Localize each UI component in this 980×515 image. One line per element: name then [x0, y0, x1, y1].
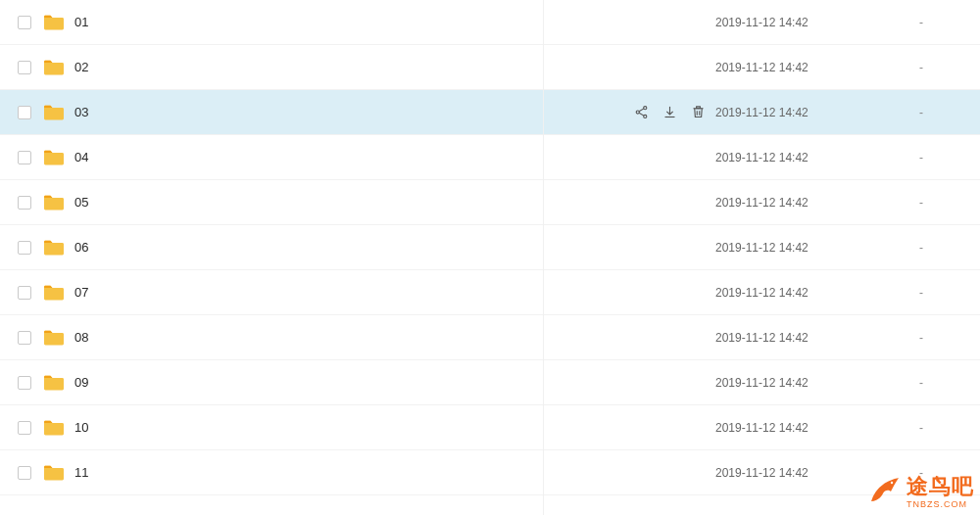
size-cell: -: [882, 331, 980, 345]
name-cell[interactable]: 10: [39, 419, 619, 437]
folder-icon: [43, 419, 65, 437]
row-checkbox[interactable]: [18, 241, 31, 255]
name-cell[interactable]: 08: [39, 329, 619, 347]
row-actions: [619, 105, 715, 119]
folder-icon: [43, 149, 65, 166]
file-name: 01: [74, 15, 88, 29]
file-name: 08: [74, 330, 88, 345]
size-cell: -: [882, 241, 980, 255]
checkbox-cell: [18, 286, 39, 300]
row-checkbox[interactable]: [18, 286, 31, 300]
date-cell: 2019-11-12 14:42: [715, 241, 882, 255]
date-cell: 2019-11-12 14:42: [715, 106, 882, 119]
folder-icon: [43, 329, 65, 347]
file-row[interactable]: 042019-11-12 14:42-: [0, 135, 980, 180]
name-cell[interactable]: 06: [39, 239, 619, 257]
svg-line-3: [639, 109, 644, 112]
folder-icon: [43, 104, 65, 121]
date-cell: 2019-11-12 14:42: [715, 466, 882, 480]
file-name: 06: [74, 240, 88, 255]
folder-icon: [43, 194, 65, 211]
svg-point-2: [644, 115, 647, 117]
file-name: 05: [74, 195, 88, 210]
row-checkbox[interactable]: [18, 61, 31, 74]
size-cell: -: [882, 286, 980, 300]
file-name: 10: [74, 420, 88, 435]
file-row[interactable]: 032019-11-12 14:42-: [0, 90, 980, 135]
folder-icon: [43, 239, 65, 257]
row-checkbox[interactable]: [18, 16, 31, 29]
size-cell: -: [882, 61, 980, 74]
svg-point-0: [644, 107, 647, 110]
svg-point-1: [636, 111, 639, 114]
file-row[interactable]: 112019-11-12 14:42-: [0, 450, 980, 495]
name-cell[interactable]: 09: [39, 374, 619, 392]
size-cell: -: [882, 196, 980, 210]
delete-icon[interactable]: [691, 105, 706, 119]
folder-icon: [43, 284, 65, 302]
file-row[interactable]: 022019-11-12 14:42-: [0, 45, 980, 90]
date-cell: 2019-11-12 14:42: [715, 331, 882, 345]
share-icon[interactable]: [634, 105, 649, 119]
date-cell: 2019-11-12 14:42: [715, 376, 882, 390]
watermark-sub: TNBZS.COM: [906, 499, 967, 509]
row-checkbox[interactable]: [18, 331, 31, 345]
checkbox-cell: [18, 331, 39, 345]
date-cell: 2019-11-12 14:42: [715, 286, 882, 300]
file-row[interactable]: 072019-11-12 14:42-: [0, 270, 980, 315]
file-row[interactable]: 102019-11-12 14:42-: [0, 405, 980, 450]
file-name: 07: [74, 285, 88, 300]
checkbox-cell: [18, 466, 39, 480]
file-row[interactable]: 012019-11-12 14:42-: [0, 0, 980, 45]
folder-icon: [43, 374, 65, 392]
file-row[interactable]: 082019-11-12 14:42-: [0, 315, 980, 360]
file-name: 09: [74, 375, 88, 390]
size-cell: -: [882, 106, 980, 119]
file-name: 04: [74, 150, 88, 164]
row-checkbox[interactable]: [18, 421, 31, 435]
checkbox-cell: [18, 376, 39, 390]
checkbox-cell: [18, 196, 39, 210]
date-cell: 2019-11-12 14:42: [715, 421, 882, 435]
size-cell: -: [882, 421, 980, 435]
folder-icon: [43, 59, 65, 76]
name-cell[interactable]: 04: [39, 149, 619, 166]
file-name: 03: [74, 105, 88, 119]
size-cell: -: [882, 16, 980, 29]
file-row[interactable]: 092019-11-12 14:42-: [0, 360, 980, 405]
svg-line-4: [639, 113, 644, 116]
file-row[interactable]: 062019-11-12 14:42-: [0, 225, 980, 270]
checkbox-cell: [18, 106, 39, 119]
file-list: 012019-11-12 14:42-022019-11-12 14:42-03…: [0, 0, 980, 495]
row-checkbox[interactable]: [18, 376, 31, 390]
folder-icon: [43, 464, 65, 482]
checkbox-cell: [18, 241, 39, 255]
date-cell: 2019-11-12 14:42: [715, 61, 882, 74]
row-checkbox[interactable]: [18, 196, 31, 210]
checkbox-cell: [18, 61, 39, 74]
file-name: 11: [74, 465, 88, 480]
size-cell: -: [882, 376, 980, 390]
name-cell[interactable]: 05: [39, 194, 619, 211]
checkbox-cell: [18, 151, 39, 164]
name-cell[interactable]: 01: [39, 14, 619, 31]
folder-icon: [43, 14, 65, 31]
name-cell[interactable]: 02: [39, 59, 619, 76]
checkbox-cell: [18, 16, 39, 29]
row-checkbox[interactable]: [18, 151, 31, 164]
row-checkbox[interactable]: [18, 466, 31, 480]
name-cell[interactable]: 03: [39, 104, 619, 121]
row-checkbox[interactable]: [18, 106, 31, 119]
size-cell: -: [882, 151, 980, 164]
name-cell[interactable]: 07: [39, 284, 619, 302]
size-cell: -: [882, 466, 980, 480]
file-name: 02: [74, 60, 88, 74]
file-row[interactable]: 052019-11-12 14:42-: [0, 180, 980, 225]
date-cell: 2019-11-12 14:42: [715, 16, 882, 29]
date-cell: 2019-11-12 14:42: [715, 151, 882, 164]
download-icon[interactable]: [662, 105, 677, 119]
name-cell[interactable]: 11: [39, 464, 619, 482]
checkbox-cell: [18, 421, 39, 435]
date-cell: 2019-11-12 14:42: [715, 196, 882, 210]
